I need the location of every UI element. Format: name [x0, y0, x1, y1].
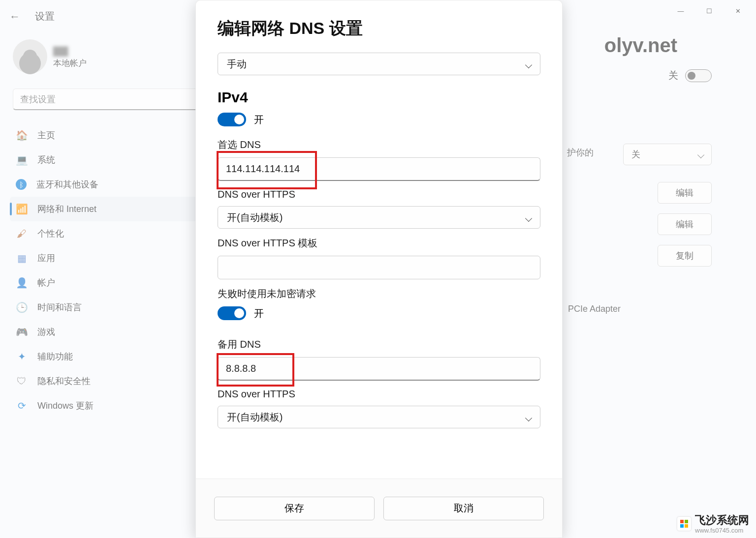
- doh1-select[interactable]: 开(自动模板): [218, 206, 540, 229]
- doh1-value: 开(自动模板): [227, 211, 283, 224]
- doh2-label: DNS over HTTPS: [218, 389, 540, 400]
- dialog-title: 编辑网络 DNS 设置: [218, 17, 540, 40]
- doh-template-input[interactable]: [218, 256, 540, 279]
- dns-mode-select[interactable]: 手动: [218, 53, 540, 75]
- dns-settings-dialog: 编辑网络 DNS 设置 手动 IPv4 开 首选 DNS 114.114.114…: [195, 0, 563, 538]
- watermark: 飞沙系统网 www.fs0745.com: [677, 513, 749, 534]
- cancel-button[interactable]: 取消: [383, 497, 544, 520]
- doh1-label: DNS over HTTPS: [218, 189, 540, 200]
- alt-dns-input[interactable]: 8.8.8.8: [218, 357, 540, 381]
- ipv4-heading: IPv4: [218, 89, 540, 106]
- chevron-down-icon: [526, 59, 531, 70]
- doh-template-label: DNS over HTTPS 模板: [218, 237, 540, 250]
- watermark-title: 飞沙系统网: [695, 513, 749, 528]
- save-button[interactable]: 保存: [214, 497, 375, 520]
- doh2-select[interactable]: 开(自动模板): [218, 406, 540, 428]
- fallback-label: 失败时使用未加密请求: [218, 287, 540, 300]
- doh2-value: 开(自动模板): [227, 411, 283, 424]
- watermark-url: www.fs0745.com: [695, 527, 749, 534]
- chevron-down-icon: [526, 412, 531, 423]
- chevron-down-icon: [526, 212, 531, 223]
- alt-dns-value: 8.8.8.8: [226, 363, 256, 374]
- fallback-toggle[interactable]: [218, 306, 246, 320]
- watermark-logo-icon: [677, 517, 691, 531]
- primary-dns-input[interactable]: 114.114.114.114: [218, 157, 540, 181]
- ipv4-toggle-label: 开: [254, 113, 264, 126]
- dns-mode-value: 手动: [227, 58, 247, 71]
- primary-dns-label: 首选 DNS: [218, 138, 540, 151]
- primary-dns-value: 114.114.114.114: [226, 163, 300, 175]
- ipv4-toggle[interactable]: [218, 113, 246, 126]
- fallback-toggle-label: 开: [254, 307, 264, 320]
- alt-dns-label: 备用 DNS: [218, 338, 540, 351]
